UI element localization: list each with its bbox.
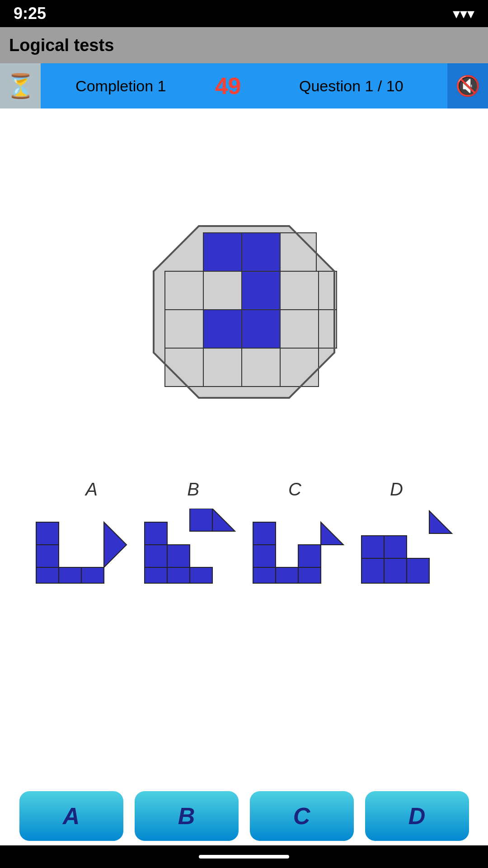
answer-options: A B C D bbox=[0, 479, 488, 585]
sound-icon[interactable]: 🔇 bbox=[447, 63, 488, 108]
svg-rect-1 bbox=[203, 233, 242, 271]
header-row: ⏳ Completion 1 49 Question 1 / 10 🔇 bbox=[0, 63, 488, 108]
svg-rect-40 bbox=[361, 536, 384, 558]
timer-value: 49 bbox=[201, 72, 255, 99]
answer-images-row bbox=[27, 509, 461, 585]
svg-rect-4 bbox=[165, 271, 203, 310]
svg-rect-3 bbox=[280, 233, 316, 271]
puzzle-image bbox=[131, 199, 357, 425]
nav-bar bbox=[0, 845, 488, 868]
svg-rect-6 bbox=[242, 271, 280, 310]
completion-label: Completion 1 bbox=[41, 77, 201, 95]
svg-rect-29 bbox=[167, 567, 190, 583]
svg-rect-5 bbox=[203, 271, 242, 310]
nav-indicator bbox=[199, 855, 289, 859]
label-b: B bbox=[148, 479, 239, 500]
svg-rect-42 bbox=[384, 536, 407, 558]
svg-rect-30 bbox=[190, 567, 212, 583]
svg-marker-24 bbox=[104, 522, 127, 567]
svg-rect-10 bbox=[203, 310, 242, 348]
svg-marker-45 bbox=[429, 511, 452, 533]
app-title: Logical tests bbox=[9, 36, 114, 55]
option-b-image bbox=[142, 509, 237, 585]
svg-rect-35 bbox=[253, 567, 276, 583]
svg-rect-15 bbox=[203, 348, 242, 387]
svg-marker-31 bbox=[212, 509, 235, 531]
svg-rect-26 bbox=[145, 545, 167, 567]
svg-rect-33 bbox=[253, 522, 276, 545]
hourglass-icon: ⏳ bbox=[0, 63, 41, 108]
puzzle-area: A B C D bbox=[0, 108, 488, 585]
svg-rect-12 bbox=[280, 310, 319, 348]
svg-rect-43 bbox=[384, 558, 407, 583]
answer-button-d[interactable]: D bbox=[365, 791, 469, 841]
svg-rect-21 bbox=[36, 567, 59, 583]
wifi-icon: ▾▾▾ bbox=[453, 5, 474, 22]
svg-rect-36 bbox=[276, 567, 298, 583]
svg-rect-38 bbox=[298, 567, 321, 583]
answer-labels-row: A B C D bbox=[41, 479, 447, 500]
svg-rect-14 bbox=[165, 348, 203, 387]
svg-marker-39 bbox=[321, 522, 343, 545]
svg-rect-17 bbox=[280, 348, 319, 387]
label-c: C bbox=[250, 479, 340, 500]
svg-rect-11 bbox=[242, 310, 280, 348]
svg-rect-23 bbox=[81, 567, 104, 583]
app-title-bar: Logical tests bbox=[0, 27, 488, 63]
status-time: 9:25 bbox=[14, 4, 46, 23]
answer-button-a[interactable]: A bbox=[19, 791, 123, 841]
answer-button-c[interactable]: C bbox=[250, 791, 354, 841]
question-label: Question 1 / 10 bbox=[255, 77, 447, 95]
svg-rect-44 bbox=[407, 558, 429, 583]
svg-rect-32 bbox=[190, 509, 212, 531]
svg-rect-16 bbox=[242, 348, 280, 387]
answer-button-b[interactable]: B bbox=[135, 791, 239, 841]
svg-rect-25 bbox=[145, 522, 167, 545]
svg-rect-28 bbox=[167, 545, 190, 567]
svg-rect-22 bbox=[59, 567, 81, 583]
svg-rect-34 bbox=[253, 545, 276, 567]
label-a: A bbox=[47, 479, 137, 500]
svg-rect-20 bbox=[36, 545, 59, 567]
svg-rect-7 bbox=[280, 271, 319, 310]
status-bar: 9:25 ▾▾▾ bbox=[0, 0, 488, 27]
bottom-buttons: A B C D bbox=[0, 791, 488, 841]
svg-rect-37 bbox=[298, 545, 321, 567]
option-a-image bbox=[34, 509, 129, 585]
option-c-image bbox=[251, 509, 346, 585]
svg-rect-19 bbox=[36, 522, 59, 545]
svg-rect-9 bbox=[165, 310, 203, 348]
svg-rect-27 bbox=[145, 567, 167, 583]
svg-rect-2 bbox=[242, 233, 280, 271]
option-d-image bbox=[359, 509, 454, 585]
svg-rect-41 bbox=[361, 558, 384, 583]
label-d: D bbox=[352, 479, 442, 500]
